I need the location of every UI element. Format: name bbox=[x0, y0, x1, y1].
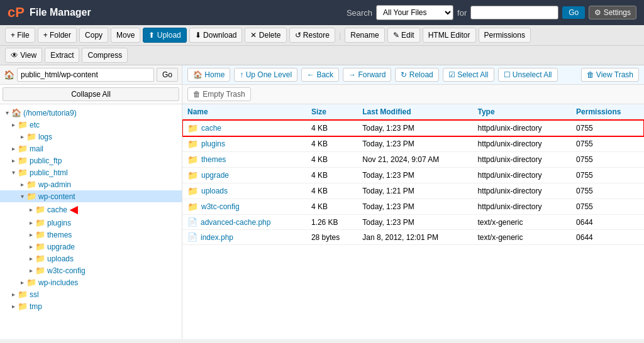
table-row[interactable]: 📁uploads4 KBToday, 1:21 PMhttpd/unix-dir… bbox=[182, 183, 644, 199]
file-type-4: httpd/unix-directory bbox=[472, 183, 571, 199]
search-for-label: for bbox=[457, 8, 467, 18]
file-name-cell-3: 📁upgrade bbox=[182, 168, 306, 183]
table-header: Name Size Last Modified Type Permissions bbox=[182, 104, 644, 120]
empty-trash-button[interactable]: 🗑 Empty Trash bbox=[187, 87, 251, 101]
view-button[interactable]: 👁 View bbox=[5, 48, 42, 63]
tree-label-ssl: ssl bbox=[30, 290, 39, 299]
folder-icon: 📁 bbox=[187, 202, 198, 212]
select-all-button[interactable]: ☑ Select All bbox=[443, 68, 494, 82]
table-row[interactable]: 📄index.php28 bytesJan 8, 2012, 12:01 PMt… bbox=[182, 230, 644, 245]
view-trash-button[interactable]: 🗑 View Trash bbox=[581, 68, 639, 82]
col-size[interactable]: Size bbox=[306, 104, 357, 120]
up-one-level-button[interactable]: ↑ Up One Level bbox=[234, 68, 297, 82]
col-modified[interactable]: Last Modified bbox=[357, 104, 472, 120]
tree-item-uploads[interactable]: ▸📁uploads bbox=[0, 253, 182, 264]
path-go-button[interactable]: Go bbox=[157, 68, 178, 82]
col-permissions[interactable]: Permissions bbox=[571, 104, 644, 120]
tree-item-root[interactable]: ▾🏠 (/home/tutoria9) bbox=[0, 107, 182, 119]
sidebar-path-bar: 🏠 Go bbox=[0, 65, 182, 85]
tree-item-public_html[interactable]: ▾📁public_html bbox=[0, 166, 182, 178]
rename-button[interactable]: Rename bbox=[345, 28, 384, 43]
tree-item-plugins[interactable]: ▸📁plugins bbox=[0, 217, 182, 229]
table-row[interactable]: 📁cache4 KBToday, 1:23 PMhttpd/unix-direc… bbox=[182, 120, 644, 136]
collapse-all-button[interactable]: Collapse All bbox=[3, 87, 179, 101]
permissions-button[interactable]: Permissions bbox=[479, 28, 531, 43]
upload-button[interactable]: ⬆ Upload bbox=[143, 28, 186, 43]
download-button[interactable]: ⬇ Download bbox=[189, 28, 243, 43]
tree-item-ssl[interactable]: ▸📁ssl bbox=[0, 288, 182, 300]
copy-button[interactable]: Copy bbox=[79, 28, 108, 43]
tree-item-logs[interactable]: ▸📁logs bbox=[0, 131, 182, 143]
tree-item-cache[interactable]: ▸📁cache◀ bbox=[0, 202, 182, 217]
tree-item-tmp[interactable]: ▸📁tmp bbox=[0, 300, 182, 312]
tree-label-logs: logs bbox=[38, 133, 52, 141]
settings-button[interactable]: ⚙ Settings bbox=[589, 6, 636, 19]
tree-toggle-w3tc-config: ▸ bbox=[26, 267, 35, 274]
table-row[interactable]: 📁plugins4 KBToday, 1:23 PMhttpd/unix-dir… bbox=[182, 136, 644, 152]
file-permissions-4: 0755 bbox=[571, 183, 644, 199]
table-row[interactable]: 📄advanced-cache.php1.26 KBToday, 1:23 PM… bbox=[182, 215, 644, 230]
restore-button[interactable]: ↺ Restore bbox=[289, 28, 335, 43]
compress-button[interactable]: Compress bbox=[82, 48, 128, 63]
file-name-label-1[interactable]: plugins bbox=[201, 139, 225, 148]
cpanel-logo: cP bbox=[8, 4, 25, 21]
file-size-7: 28 bytes bbox=[306, 230, 357, 245]
tree-item-wp-content[interactable]: ▾📁wp-content bbox=[0, 190, 182, 202]
tree-item-themes[interactable]: ▸📁themes bbox=[0, 229, 182, 241]
toolbar-divider: | bbox=[338, 31, 342, 40]
file-modified-3: Today, 1:23 PM bbox=[357, 168, 472, 183]
app-title: File Manager bbox=[30, 7, 347, 18]
file-name-label-4[interactable]: uploads bbox=[201, 187, 228, 195]
tree-toggle-tmp: ▸ bbox=[9, 303, 18, 310]
tree-toggle-public_ftp: ▸ bbox=[9, 157, 18, 164]
file-size-1: 4 KB bbox=[306, 136, 357, 152]
unselect-all-button[interactable]: ☐ Unselect All bbox=[498, 68, 558, 82]
file-name-label-6[interactable]: advanced-cache.php bbox=[201, 218, 270, 227]
file-name-label-2[interactable]: themes bbox=[201, 155, 226, 164]
delete-button[interactable]: ✕ Delete bbox=[245, 28, 286, 43]
tree-item-w3tc-config[interactable]: ▸📁w3tc-config bbox=[0, 264, 182, 276]
folder-icon: 📁 bbox=[187, 170, 198, 180]
home-icon: 🏠 bbox=[4, 70, 14, 80]
file-name-label-3[interactable]: upgrade bbox=[201, 171, 229, 180]
new-folder-button[interactable]: + Folder bbox=[38, 28, 77, 43]
extract-button[interactable]: Extract bbox=[45, 48, 79, 63]
move-button[interactable]: Move bbox=[111, 28, 140, 43]
col-type[interactable]: Type bbox=[472, 104, 571, 120]
reload-button[interactable]: ↻ Reload bbox=[395, 68, 438, 82]
back-button[interactable]: ← Back bbox=[301, 68, 339, 82]
forward-button[interactable]: → Forward bbox=[343, 68, 391, 82]
file-name-label-5[interactable]: w3tc-config bbox=[201, 202, 240, 211]
file-name-cell-6: 📄advanced-cache.php bbox=[182, 215, 306, 230]
tree-toggle-wp-admin: ▸ bbox=[18, 181, 26, 188]
search-scope-select[interactable]: All Your Files File Names Only File Cont… bbox=[376, 5, 453, 20]
new-file-button[interactable]: + File bbox=[5, 28, 35, 43]
tree-item-wp-includes[interactable]: ▸📁wp-includes bbox=[0, 276, 182, 288]
tree-toggle-public_html: ▾ bbox=[9, 169, 18, 176]
table-row[interactable]: 📁themes4 KBNov 21, 2024, 9:07 AMhttpd/un… bbox=[182, 152, 644, 168]
search-go-button[interactable]: Go bbox=[562, 6, 585, 19]
table-row[interactable]: 📁w3tc-config4 KBToday, 1:23 PMhttpd/unix… bbox=[182, 199, 644, 215]
tree-item-mail[interactable]: ▸📁mail bbox=[0, 143, 182, 155]
col-name[interactable]: Name bbox=[182, 104, 306, 120]
tree-label-plugins: plugins bbox=[47, 219, 71, 227]
tree-item-upgrade[interactable]: ▸📁upgrade bbox=[0, 241, 182, 253]
empty-trash-bar: 🗑 Empty Trash bbox=[182, 85, 644, 104]
html-editor-button[interactable]: HTML Editor bbox=[423, 28, 476, 43]
tree-toggle-mail: ▸ bbox=[9, 145, 18, 152]
tree-toggle-themes: ▸ bbox=[26, 231, 35, 238]
path-input[interactable] bbox=[17, 68, 154, 82]
file-permissions-5: 0755 bbox=[571, 199, 644, 215]
tree-item-etc[interactable]: ▸📁etc bbox=[0, 119, 182, 131]
search-input[interactable] bbox=[470, 6, 558, 19]
search-label: Search bbox=[347, 8, 372, 18]
tree-folder-icon-wp-content: 📁 bbox=[26, 192, 36, 201]
file-name-label-0[interactable]: cache bbox=[201, 124, 221, 133]
home-nav-button[interactable]: 🏠 Home bbox=[187, 68, 230, 82]
table-row[interactable]: 📁upgrade4 KBToday, 1:23 PMhttpd/unix-dir… bbox=[182, 168, 644, 183]
file-name-label-7[interactable]: index.php bbox=[201, 233, 233, 242]
tree-item-wp-admin[interactable]: ▸📁wp-admin bbox=[0, 178, 182, 190]
tree-folder-icon-upgrade: 📁 bbox=[35, 242, 45, 251]
edit-button[interactable]: ✎ Edit bbox=[387, 28, 420, 43]
tree-item-public_ftp[interactable]: ▸📁public_ftp bbox=[0, 155, 182, 166]
